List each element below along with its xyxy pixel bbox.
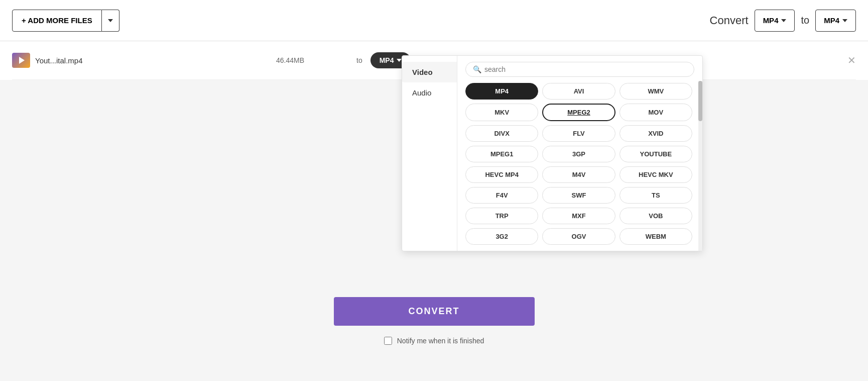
search-icon: 🔍 bbox=[473, 65, 481, 73]
format-item-vob[interactable]: VOB bbox=[619, 208, 692, 224]
add-files-button[interactable]: + ADD MORE FILES bbox=[12, 10, 102, 32]
scrollbar-thumb[interactable] bbox=[698, 81, 702, 121]
format-item-divx[interactable]: DIVX bbox=[465, 125, 538, 142]
format-item-ogv[interactable]: OGV bbox=[542, 228, 615, 245]
format-item-hevc-mkv[interactable]: HEVC MKV bbox=[619, 166, 692, 183]
format-item-trp[interactable]: TRP bbox=[465, 208, 538, 224]
format-to-label: MP4 bbox=[824, 16, 839, 25]
convert-label: Convert bbox=[710, 14, 749, 27]
close-icon: ✕ bbox=[847, 55, 856, 66]
format-from-caret-icon bbox=[781, 19, 786, 22]
format-to-caret-icon bbox=[842, 19, 847, 22]
format-item-ts[interactable]: TS bbox=[619, 187, 692, 204]
dropdown-sidebar: Video Audio bbox=[402, 56, 457, 251]
header-right: Convert MP4 to MP4 bbox=[710, 10, 856, 32]
notify-checkbox[interactable] bbox=[384, 337, 392, 345]
file-icon bbox=[12, 51, 30, 69]
format-item-webm[interactable]: WEBM bbox=[619, 228, 692, 245]
search-box: 🔍 bbox=[465, 62, 694, 77]
file-to-label: to bbox=[356, 56, 362, 64]
format-item-mpeg1[interactable]: MPEG1 bbox=[465, 146, 538, 162]
file-format-caret-icon bbox=[397, 59, 402, 62]
format-item-mxf[interactable]: MXF bbox=[542, 208, 615, 224]
convert-area: CONVERT bbox=[0, 297, 868, 326]
dropdown-content: 🔍 MP4AVIWMVMKVMPEG2MOVDIVXFLVXVIDMPEG13G… bbox=[457, 56, 702, 251]
to-label: to bbox=[801, 15, 809, 26]
scrollbar-track[interactable] bbox=[698, 81, 702, 251]
format-item-avi[interactable]: AVI bbox=[542, 83, 615, 100]
notify-row: Notify me when it is finished bbox=[0, 331, 868, 351]
add-files-dropdown-button[interactable] bbox=[102, 10, 119, 32]
file-format-label: MP4 bbox=[380, 56, 394, 64]
sidebar-audio-label: Audio bbox=[412, 88, 431, 97]
sidebar-item-audio[interactable]: Audio bbox=[402, 82, 457, 103]
format-item-wmv[interactable]: WMV bbox=[619, 83, 692, 100]
format-item-mov[interactable]: MOV bbox=[619, 104, 692, 121]
format-from-label: MP4 bbox=[763, 16, 779, 25]
play-icon bbox=[19, 57, 25, 64]
format-item-m4v[interactable]: M4V bbox=[542, 166, 615, 183]
format-item-mkv[interactable]: MKV bbox=[465, 104, 538, 121]
convert-button-label: CONVERT bbox=[408, 306, 459, 316]
remove-file-button[interactable]: ✕ bbox=[847, 54, 856, 66]
file-size: 46.44MB bbox=[276, 56, 326, 64]
format-item-mpeg2[interactable]: MPEG2 bbox=[542, 104, 615, 121]
dropdown-caret-icon bbox=[108, 19, 113, 22]
format-grid: MP4AVIWMVMKVMPEG2MOVDIVXFLVXVIDMPEG13GPY… bbox=[465, 83, 694, 245]
file-name: Yout...ital.mp4 bbox=[35, 56, 136, 65]
search-input[interactable] bbox=[484, 65, 687, 73]
format-item-mp4[interactable]: MP4 bbox=[465, 83, 538, 100]
sidebar-video-label: Video bbox=[412, 68, 433, 76]
format-item-3g2[interactable]: 3G2 bbox=[465, 228, 538, 245]
format-item-swf[interactable]: SWF bbox=[542, 187, 615, 204]
format-item-3gp[interactable]: 3GP bbox=[542, 146, 615, 162]
sidebar-item-video[interactable]: Video bbox=[402, 62, 457, 82]
format-item-f4v[interactable]: F4V bbox=[465, 187, 538, 204]
header: + ADD MORE FILES Convert MP4 to MP4 bbox=[0, 0, 868, 41]
format-item-xvid[interactable]: XVID bbox=[619, 125, 692, 142]
format-item-youtube[interactable]: YOUTUBE bbox=[619, 146, 692, 162]
format-item-hevc-mp4[interactable]: HEVC MP4 bbox=[465, 166, 538, 183]
format-to-button[interactable]: MP4 bbox=[815, 10, 856, 32]
header-left: + ADD MORE FILES bbox=[12, 10, 119, 32]
convert-button[interactable]: CONVERT bbox=[334, 297, 535, 326]
format-from-button[interactable]: MP4 bbox=[755, 10, 795, 32]
format-item-flv[interactable]: FLV bbox=[542, 125, 615, 142]
notify-label: Notify me when it is finished bbox=[397, 337, 484, 345]
file-thumbnail bbox=[12, 53, 30, 68]
format-dropdown-panel: Video Audio 🔍 MP4AVIWMVMKVMPEG2MOVDIVXFL… bbox=[402, 55, 703, 251]
add-files-label: + ADD MORE FILES bbox=[22, 16, 92, 25]
